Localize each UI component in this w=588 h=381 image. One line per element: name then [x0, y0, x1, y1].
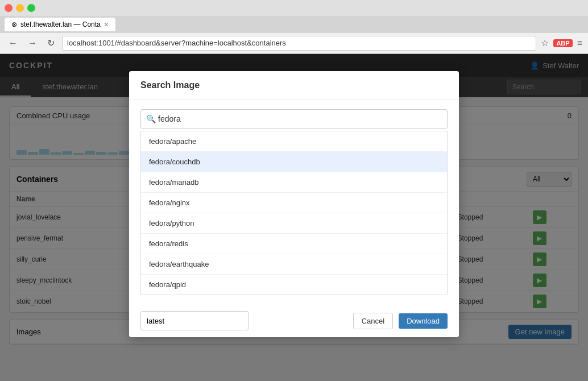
modal-body: 🔍 fedora/apachefedora/couchdbfedora/mari…	[129, 100, 459, 304]
browser-tab[interactable]: ⊗ stef.thewalter.lan — Conta ×	[5, 18, 115, 31]
cancel-button[interactable]: Cancel	[353, 313, 393, 329]
tag-input[interactable]	[140, 311, 249, 330]
toolbar-icons: ☆ ABP ≡	[541, 38, 582, 48]
result-item[interactable]: fedora/python	[141, 213, 447, 234]
modal-footer: Cancel Download	[129, 304, 459, 337]
adblock-icon[interactable]: ABP	[553, 39, 572, 47]
search-image-modal: Search Image 🔍 fedora/apachefedora/couch…	[129, 71, 459, 337]
cockpit-app: COCKPIT 👤 Stef Walter All stef.thewalter…	[0, 54, 588, 381]
modal-title: Search Image	[140, 80, 200, 90]
window-controls	[5, 4, 35, 12]
tab-bar: ⊗ stef.thewalter.lan — Conta ×	[0, 16, 588, 33]
title-bar	[0, 0, 588, 16]
address-input[interactable]	[62, 36, 536, 51]
modal-header: Search Image	[129, 71, 459, 100]
maximize-button[interactable]	[27, 4, 35, 12]
result-item[interactable]: fedora/couchdb	[141, 152, 447, 172]
star-icon[interactable]: ☆	[541, 38, 549, 48]
back-button[interactable]: ←	[6, 37, 20, 49]
download-button[interactable]: Download	[399, 313, 448, 329]
forward-button[interactable]: →	[25, 37, 40, 49]
search-input-wrap: 🔍	[140, 109, 448, 129]
result-item[interactable]: fedora/qpid	[141, 275, 447, 295]
tab-title: stef.thewalter.lan — Conta	[20, 20, 101, 28]
image-search-input[interactable]	[140, 109, 448, 129]
tab-close-icon[interactable]: ×	[104, 20, 109, 29]
modal-overlay: Search Image 🔍 fedora/apachefedora/couch…	[0, 54, 588, 381]
reload-button[interactable]: ↻	[44, 36, 57, 49]
result-item[interactable]: fedora/redis	[141, 234, 447, 254]
tab-favicon: ⊗	[11, 20, 17, 28]
result-item[interactable]: fedora/mariadb	[141, 172, 447, 193]
search-icon: 🔍	[146, 114, 156, 123]
result-item[interactable]: fedora/nginx	[141, 193, 447, 213]
result-item[interactable]: fedora/earthquake	[141, 254, 447, 275]
result-item[interactable]: fedora/apache	[141, 131, 447, 152]
minimize-button[interactable]	[16, 4, 24, 12]
address-bar: ← → ↻ ☆ ABP ≡	[0, 33, 588, 53]
menu-icon[interactable]: ≡	[577, 38, 582, 48]
results-list: fedora/apachefedora/couchdbfedora/mariad…	[140, 131, 448, 295]
close-button[interactable]	[5, 4, 13, 12]
